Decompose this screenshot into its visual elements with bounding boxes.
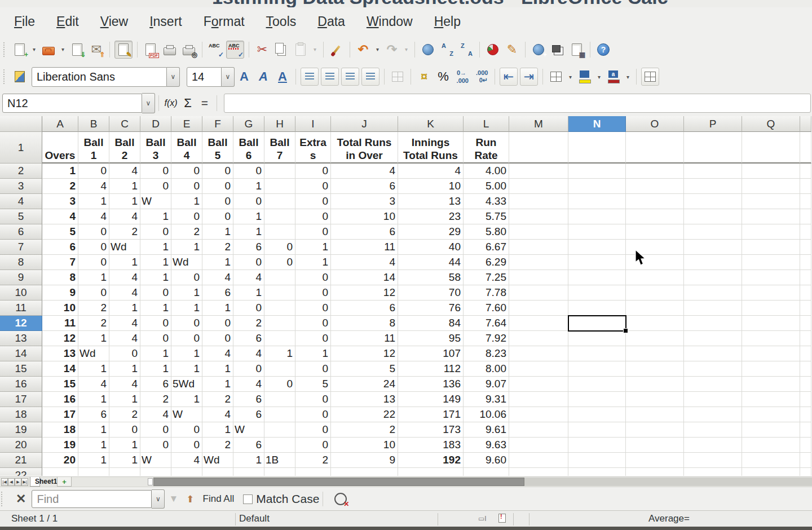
cell-O13[interactable] [626, 331, 684, 346]
sort-ascending-icon[interactable]: AZ [439, 41, 456, 58]
cell-N20[interactable] [568, 438, 626, 453]
cell-E18[interactable]: W [171, 407, 202, 422]
cell-P4[interactable] [684, 194, 742, 209]
cell-A4[interactable]: 3 [42, 194, 78, 209]
column-header-D[interactable]: D [140, 116, 171, 132]
cell-Q10[interactable] [742, 285, 800, 301]
cell-D15[interactable]: 1 [140, 361, 171, 377]
sheet-number-status[interactable]: Sheet 1 / 1 [11, 513, 58, 524]
cell-L4[interactable]: 4.33 [464, 194, 509, 209]
cell-P7[interactable] [684, 240, 742, 255]
cell-D18[interactable]: 4 [140, 407, 171, 422]
align-center-icon[interactable] [321, 68, 339, 86]
cell-Q16[interactable] [742, 377, 800, 392]
save-icon[interactable]: ⇓ [69, 41, 86, 58]
cell-I13[interactable]: 0 [295, 331, 331, 346]
cell-C3[interactable]: 1 [109, 179, 140, 194]
cell-M17[interactable] [509, 392, 568, 407]
cell-H8[interactable]: 0 [264, 255, 295, 270]
cell-L20[interactable]: 9.63 [464, 438, 509, 453]
cell-B3[interactable]: 4 [78, 179, 109, 194]
row-header-12[interactable]: 12 [0, 316, 42, 331]
cell-F5[interactable]: 0 [202, 209, 233, 224]
cell-B7[interactable]: 0 [78, 240, 109, 255]
cell-Q22[interactable] [742, 468, 800, 476]
cell-P22[interactable] [684, 468, 742, 476]
cell-A5[interactable]: 4 [42, 209, 78, 224]
cell-J17[interactable]: 13 [331, 392, 398, 407]
cell-N2[interactable] [568, 164, 626, 179]
menu-insert[interactable]: Insert [139, 12, 193, 32]
cell-M8[interactable] [509, 255, 568, 270]
cell-partial-1[interactable] [800, 132, 811, 164]
cell-O15[interactable] [626, 361, 684, 377]
previous-sheet-icon[interactable]: ◀ [8, 478, 15, 486]
cell-D21[interactable]: W [140, 453, 171, 468]
cell-C1[interactable]: Ball 2 [109, 132, 140, 164]
cell-partial-6[interactable] [800, 224, 811, 240]
cell-E14[interactable]: 1 [171, 346, 202, 361]
find-all-button[interactable]: Find All [203, 493, 235, 505]
cell-D4[interactable]: W [140, 194, 171, 209]
column-header-H[interactable]: H [264, 116, 295, 132]
cell-L8[interactable]: 6.29 [464, 255, 509, 270]
next-sheet-icon[interactable]: ▶ [15, 478, 21, 486]
function-wizard-icon[interactable]: f(x) [162, 95, 179, 112]
cell-B15[interactable]: 1 [78, 361, 109, 377]
cell-G11[interactable]: 0 [233, 301, 264, 316]
column-header-O[interactable]: O [626, 116, 684, 132]
cell-F4[interactable]: 0 [202, 194, 233, 209]
cell-O4[interactable] [626, 194, 684, 209]
undo-dropdown[interactable]: ▾ [374, 41, 381, 58]
cell-I8[interactable]: 1 [295, 255, 331, 270]
row-header-18[interactable]: 18 [0, 407, 42, 422]
cell-E11[interactable]: 1 [171, 301, 202, 316]
cell-Q6[interactable] [742, 224, 800, 240]
cell-Q20[interactable] [742, 438, 800, 453]
insert-chart-icon[interactable] [484, 41, 501, 58]
row-header-8[interactable]: 8 [0, 255, 42, 270]
borders-icon[interactable] [548, 68, 564, 85]
cell-P18[interactable] [684, 407, 742, 422]
cell-K13[interactable]: 95 [398, 331, 464, 346]
cell-C13[interactable]: 4 [109, 331, 140, 346]
cell-J6[interactable]: 6 [331, 224, 398, 240]
cell-I5[interactable]: 0 [295, 209, 331, 224]
cell-A22[interactable] [42, 468, 78, 476]
cell-P12[interactable] [684, 316, 742, 331]
cell-B5[interactable]: 4 [78, 209, 109, 224]
first-sheet-icon[interactable]: |◀ [1, 478, 8, 486]
cell-F6[interactable]: 1 [202, 224, 233, 240]
cell-N21[interactable] [568, 453, 626, 468]
cell-I3[interactable]: 0 [295, 179, 331, 194]
cell-H22[interactable] [264, 468, 295, 476]
cell-K14[interactable]: 107 [398, 346, 464, 361]
cell-E13[interactable]: 0 [171, 331, 202, 346]
cell-G5[interactable]: 1 [233, 209, 264, 224]
cell-I2[interactable]: 0 [295, 164, 331, 179]
cell-M20[interactable] [509, 438, 568, 453]
row-header-13[interactable]: 13 [0, 331, 42, 346]
cell-G19[interactable]: W [233, 422, 264, 438]
font-color-dropdown[interactable]: ▾ [624, 68, 632, 85]
cell-D12[interactable]: 0 [140, 316, 171, 331]
column-header-Q[interactable]: Q [742, 116, 800, 132]
cell-P2[interactable] [684, 164, 742, 179]
cell-J9[interactable]: 14 [331, 270, 398, 285]
cell-F16[interactable]: 1 [202, 377, 233, 392]
cell-F20[interactable]: 2 [202, 438, 233, 453]
redo-icon[interactable]: ↷ [383, 41, 400, 58]
cell-B12[interactable]: 2 [78, 316, 109, 331]
cell-J11[interactable]: 6 [331, 301, 398, 316]
cell-C5[interactable]: 4 [109, 209, 140, 224]
column-header-A[interactable]: A [42, 116, 78, 132]
cell-C18[interactable]: 2 [109, 407, 140, 422]
cell-H7[interactable]: 0 [264, 240, 295, 255]
cell-A17[interactable]: 16 [42, 392, 78, 407]
cell-P14[interactable] [684, 346, 742, 361]
cell-K3[interactable]: 10 [398, 179, 464, 194]
cell-O11[interactable] [626, 301, 684, 316]
column-header-I[interactable]: I [295, 116, 331, 132]
column-header-C[interactable]: C [109, 116, 140, 132]
cell-B8[interactable]: 0 [78, 255, 109, 270]
